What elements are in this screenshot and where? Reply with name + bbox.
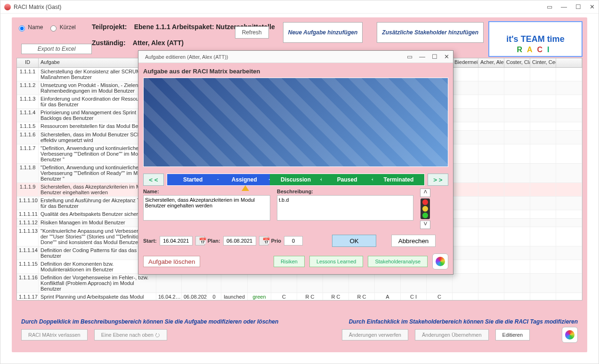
dialog-help-button[interactable]	[432, 253, 448, 269]
stage-marker-icon	[242, 185, 249, 191]
priority-up-button[interactable]: ᐱ	[420, 189, 430, 197]
stage-discussion[interactable]: Discussion+	[270, 174, 321, 185]
lessons-button[interactable]: Lessons Learned	[309, 256, 363, 267]
risks-button[interactable]: Risiken	[274, 256, 305, 267]
refresh-button[interactable]: Refresh	[235, 26, 269, 39]
cancel-button[interactable]: Abbrechen	[391, 235, 436, 247]
col-id[interactable]: ID	[17, 58, 39, 67]
priority-down-button[interactable]: ᐯ	[420, 221, 430, 229]
lamp-yellow-icon	[422, 206, 428, 212]
col-person[interactable]: Cinter, Ced…	[530, 58, 556, 67]
ribbon-icon[interactable]: ▭	[547, 3, 552, 10]
stage-assigned[interactable]: Assigned+	[219, 174, 270, 185]
stage-chevron: Started+ Assigned+ Discussion+ Paused+ T…	[167, 174, 425, 186]
start-calendar-icon[interactable]: 📅	[195, 236, 205, 245]
dialog-titlebar: Aufgabe editieren (Atter, Alex (ATT)) ▭ …	[138, 51, 453, 63]
desc-label: Beschreibung:	[277, 189, 413, 194]
stakeholder-analysis-button[interactable]: Stakeholderanalyse	[368, 256, 428, 267]
app-window: RACI Matrix (Gast) ▭ — ☐ ✕ Name Kürzel T…	[0, 0, 599, 364]
teilprojekt-label: Teilprojekt:	[92, 23, 127, 31]
dialog-banner-image	[143, 78, 448, 167]
col-person[interactable]	[556, 58, 582, 67]
prio-input[interactable]	[284, 236, 303, 245]
col-person[interactable]: Coster, Cla…	[504, 58, 530, 67]
ok-button[interactable]: OK	[332, 235, 376, 247]
display-mode-radios: Name Kürzel	[16, 22, 87, 32]
hint-left: Durch Doppelklick im Beschreibungsbereic…	[21, 318, 278, 325]
titlebar: RACI Matrix (Gast) ▭ — ☐ ✕	[0, 0, 599, 14]
col-person[interactable]: Acher, Alen…	[478, 58, 504, 67]
minimize-button[interactable]: —	[561, 3, 567, 10]
name-label: Name:	[143, 189, 270, 194]
add-stakeholder-button[interactable]: Zusätzliche Stakeholder hinzufügen	[377, 22, 484, 43]
col-person[interactable]: Biedermeie…	[453, 58, 478, 67]
lamp-red-icon	[422, 199, 428, 205]
help-button[interactable]	[562, 327, 578, 343]
discard-button[interactable]: Änderungen verwerfen	[342, 329, 408, 340]
swirl-icon	[565, 330, 575, 340]
stage-paused[interactable]: Paused+	[322, 174, 373, 185]
export-excel-button[interactable]: Export to Excel	[21, 44, 92, 54]
desc-input[interactable]: t.b.d	[277, 195, 413, 221]
plan-date-input[interactable]	[223, 236, 256, 245]
zustaendig-value: Atter, Alex (ATT)	[133, 39, 184, 47]
start-label: Start:	[143, 238, 157, 244]
prio-label: Prio	[271, 238, 281, 244]
hint-bar: Durch Doppelklick im Beschreibungsbereic…	[21, 318, 578, 325]
edit-button[interactable]: Editieren	[495, 329, 530, 340]
lamp-green-icon	[422, 213, 428, 218]
plan-calendar-icon[interactable]: 📅	[259, 236, 268, 245]
traffic-light-control: ᐱ ᐯ	[420, 189, 430, 229]
dialog-heading: Aufgabe aus der RACI Matrix bearbeiten	[143, 68, 448, 75]
app-icon	[4, 4, 11, 10]
dialog-title: Aufgabe editieren (Atter, Alex (ATT))	[145, 54, 407, 60]
dialog-close-button[interactable]: ✕	[444, 53, 449, 60]
stage-started[interactable]: Started+	[167, 174, 219, 185]
prev-stage-button[interactable]: < <	[143, 174, 164, 186]
traffic-light-icon	[421, 198, 430, 219]
name-input[interactable]: Sicherstellen, dass Akzeptanzkriterien i…	[143, 195, 270, 221]
zustaendig-label: Zuständig:	[92, 39, 126, 47]
stage-terminated[interactable]: Terminated	[373, 174, 424, 185]
apply-button[interactable]: Änderungen Übernehmen	[415, 329, 489, 340]
table-row[interactable]: 1.1.1.16Definition der Vorgehensweise im…	[17, 274, 582, 293]
delete-task-button[interactable]: Aufgabe löschen	[143, 256, 200, 267]
leave-button[interactable]: RACI MAtrix verlassen	[21, 329, 88, 340]
window-title: RACI Matrix (Gast)	[14, 4, 547, 10]
new-task-button[interactable]: Neue Aufgabe hinzufügen	[283, 22, 363, 43]
start-date-input[interactable]	[160, 236, 193, 245]
plan-label: Plan:	[208, 238, 220, 244]
dialog-ribbon-icon[interactable]: ▭	[407, 53, 413, 60]
dialog-minimize-button[interactable]: —	[419, 53, 425, 60]
radio-name[interactable]: Name	[16, 24, 43, 31]
close-button[interactable]: ✕	[590, 3, 595, 10]
team-logo: it's TEAM time RACI	[488, 21, 583, 57]
edit-task-dialog: Aufgabe editieren (Atter, Alex (ATT)) ▭ …	[138, 50, 453, 275]
dialog-maximize-button[interactable]: ☐	[432, 53, 437, 60]
maximize-button[interactable]: ☐	[575, 3, 581, 10]
swirl-icon	[436, 257, 445, 266]
table-row[interactable]: 1.1.1.17Sprint Planning und Arbeitspaket…	[17, 293, 582, 301]
hint-right: Durch Einfachklick im Stakeholderbereich…	[349, 318, 578, 325]
radio-kuerzel[interactable]: Kürzel	[48, 24, 75, 31]
level-up-button[interactable]: Eine Ebene nach oben ⭮	[94, 329, 167, 340]
next-stage-button[interactable]: > >	[428, 174, 448, 186]
